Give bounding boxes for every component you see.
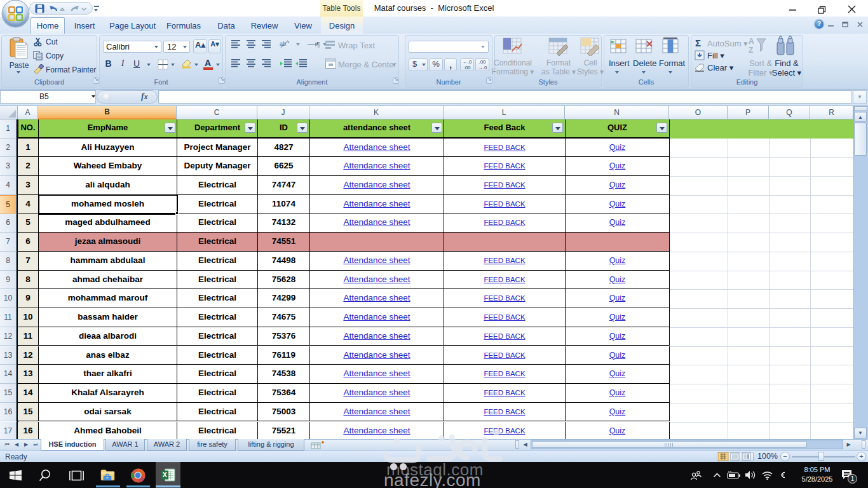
svg-text:X: X [163,471,167,478]
svg-text:A: A [749,37,754,46]
svg-text:ab: ab [280,41,286,47]
svg-text:Z: Z [749,46,753,55]
svg-text:¶: ¶ [316,41,320,48]
